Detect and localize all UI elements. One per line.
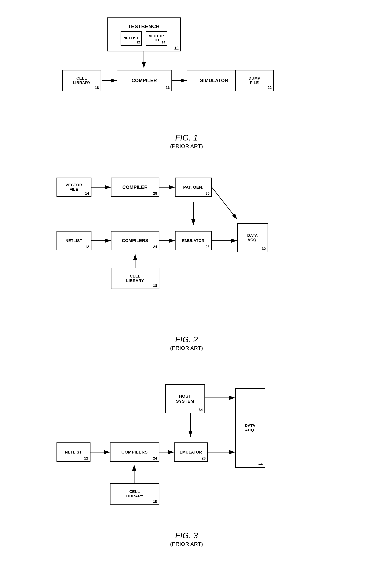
dataacq-label-fig3: DATAACQ. [245, 423, 256, 432]
fig3-title: FIG. 3 [51, 531, 322, 540]
dumpfile-ref-fig1: 22 [267, 86, 272, 90]
celllibrary-label-fig2: CELLLIBRARY [126, 274, 144, 283]
fig3-note: (PRIOR ART) [51, 541, 322, 547]
netlist-label-fig1: NETLIST [124, 36, 139, 40]
celllibrary-box-fig2: CELLLIBRARY 18 [111, 268, 160, 289]
celllibrary-label-fig3: CELLLIBRARY [126, 489, 143, 498]
fig2-diagram: VECTORFILE 14 COMPILER 28 PAT. GEN. 30 N… [51, 169, 322, 334]
netlist-box-fig1: NETLIST 12 [121, 31, 142, 46]
netlist-label-fig2: NETLIST [65, 239, 82, 243]
emulator-box-fig3: EMULATOR 26 [174, 442, 208, 462]
vectorfile-label-fig2: VECTORFILE [66, 183, 82, 192]
netlist-ref-fig2: 12 [85, 245, 89, 249]
simulator-label-fig1: SIMULATOR [200, 78, 228, 83]
page: TESTBENCH NETLIST 12 VECTORFILE 14 10 CE… [0, 0, 373, 588]
compiler-label-fig1: COMPILER [132, 78, 157, 83]
celllibrary-ref-fig1: 18 [95, 86, 99, 90]
dumpfile-label-fig1: DUMPFILE [248, 76, 260, 85]
dataacq-box-fig3: DATAACQ. 32 [235, 388, 265, 468]
dataacq-label-fig2: DATAACQ. [247, 233, 258, 242]
patgen-ref: 30 [205, 191, 210, 196]
netlist-box-fig2: NETLIST 12 [56, 231, 91, 250]
compiler28-label: COMPILER [122, 185, 148, 190]
compiler-ref-fig1: 16 [166, 86, 170, 90]
fig2-note: (PRIOR ART) [51, 345, 322, 351]
fig3-diagram: HOSTSYSTEM 34 NETLIST 12 COMPILERS 24 EM… [51, 375, 322, 530]
vectorfile-box-fig1: VECTORFILE 14 [146, 31, 167, 46]
emulator-label-fig3: EMULATOR [180, 450, 202, 454]
fig1-note: (PRIOR ART) [51, 143, 322, 149]
celllibrary-label-fig1: CELLLIBRARY [73, 76, 91, 85]
celllibrary-box-fig1: CELLLIBRARY 18 [62, 70, 101, 91]
compilers24-label-fig3: COMPILERS [121, 450, 148, 455]
patgen-box: PAT. GEN. 30 [175, 178, 212, 197]
emulator-ref-fig3: 26 [202, 456, 206, 461]
emulator-ref-fig2: 26 [205, 245, 210, 249]
compiler28-ref: 28 [153, 191, 157, 196]
celllibrary-ref-fig2: 18 [153, 284, 157, 288]
vectorfile-ref-fig1: 14 [162, 41, 165, 44]
compiler-box-fig1: COMPILER 16 [117, 70, 172, 91]
netlist-box-fig3: NETLIST 12 [56, 442, 90, 462]
compiler28-box: COMPILER 28 [111, 178, 160, 197]
compilers24-label-fig2: COMPILERS [122, 238, 148, 243]
netlist-label-fig3: NETLIST [65, 450, 82, 454]
hostsystem-ref: 34 [199, 408, 203, 412]
emulator-box-fig2: EMULATOR 26 [175, 231, 212, 250]
compilers24-ref-fig3: 24 [153, 456, 157, 461]
compilers24-ref-fig2: 24 [153, 245, 157, 249]
fig1-diagram: TESTBENCH NETLIST 12 VECTORFILE 14 10 CE… [51, 12, 322, 132]
compilers24-box-fig3: COMPILERS 24 [110, 442, 160, 462]
netlist-ref-fig1: 12 [137, 41, 140, 44]
svg-line-9 [212, 187, 237, 219]
emulator-label-fig2: EMULATOR [182, 239, 204, 243]
testbench-box: TESTBENCH NETLIST 12 VECTORFILE 14 10 [107, 18, 181, 52]
dataacq-ref-fig2: 32 [262, 247, 266, 251]
fig2-title: FIG. 2 [51, 335, 322, 344]
vectorfile-box-fig2: VECTORFILE 14 [56, 178, 91, 197]
hostsystem-box: HOSTSYSTEM 34 [165, 384, 205, 413]
simulator-box-fig1: SIMULATOR 20 [187, 70, 242, 91]
netlist-ref-fig3: 12 [84, 456, 88, 461]
hostsystem-label: HOSTSYSTEM [176, 394, 194, 404]
dumpfile-box-fig1: DUMPFILE 22 [235, 70, 274, 91]
testbench-label: TESTBENCH [128, 23, 160, 30]
dataacq-ref-fig3: 32 [258, 461, 263, 465]
fig1-title: FIG. 1 [51, 133, 322, 142]
compilers24-box-fig2: COMPILERS 24 [111, 231, 160, 250]
celllibrary-box-fig3: CELLLIBRARY 18 [110, 483, 160, 504]
testbench-ref: 10 [174, 46, 179, 50]
vectorfile-ref-fig2: 14 [85, 191, 89, 196]
dataacq-box-fig2: DATAACQ. 32 [237, 223, 268, 252]
patgen-label: PAT. GEN. [183, 185, 203, 189]
celllibrary-ref-fig3: 18 [153, 499, 157, 503]
